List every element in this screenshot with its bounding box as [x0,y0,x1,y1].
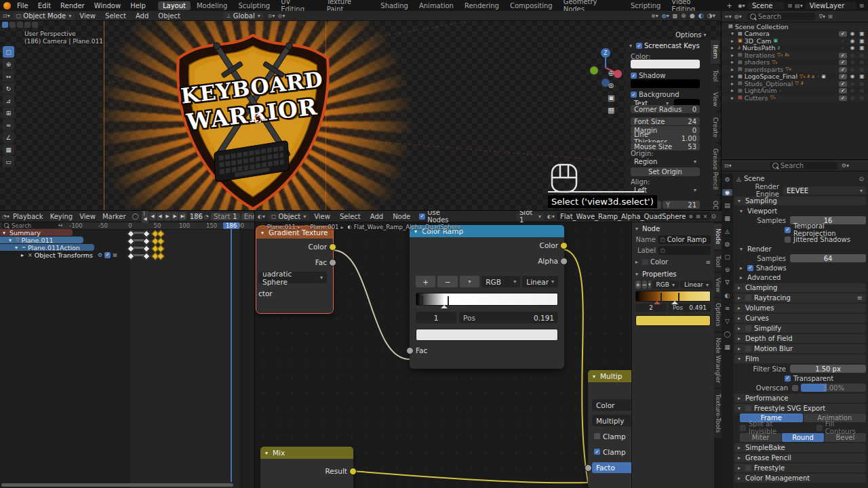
property-tab-icon-11[interactable]: ▽ [722,318,732,325]
property-tab-icon-6[interactable]: ▢ [722,253,732,260]
sidebar-tab-item[interactable]: Item [711,40,719,64]
mode-strip-icon[interactable] [32,22,38,28]
checkbox[interactable]: ✓ [785,227,791,233]
viewport-menu-object[interactable]: Object [153,12,185,20]
editor-type-icon[interactable]: ⊡▾ [3,13,10,19]
playhead-frame-badge[interactable]: 186 [223,222,239,229]
check-toggle-icon[interactable]: ✓ [839,88,847,94]
checkbox[interactable] [740,425,746,431]
property-tab-icon-1[interactable]: ◉ [722,189,732,196]
overscan-checkbox[interactable] [792,385,798,391]
zoom-icon[interactable]: ⊕ [608,69,614,78]
align-dropdown[interactable]: Left [631,186,700,195]
workspace-tab-compositing[interactable]: Compositing [505,1,557,10]
sidebar-tab-view[interactable]: View [711,87,719,111]
row-advanced[interactable]: ▸Advanced [734,272,866,282]
timeline-h-scrollbar[interactable] [1,483,233,487]
ramp-options-button[interactable]: ▾ [460,276,479,287]
eye-toggle-icon[interactable]: ◉ [848,66,856,73]
property-tab-icon-3[interactable]: ▩ [722,215,732,222]
modifier-icon[interactable]: ⚙ [98,252,102,258]
collapse-icon[interactable]: ▾ [635,226,638,232]
text-color-swatch[interactable] [631,60,700,68]
viewport-menu-view[interactable]: View [75,12,100,20]
cam-toggle-icon[interactable]: ▣ [858,73,866,79]
pan-icon[interactable]: ⊛ [608,81,614,90]
workspace-tab-+[interactable]: + [722,1,737,10]
timeline-search-input[interactable]: Search [1,222,60,228]
viewport-menu-add[interactable]: Add [131,12,153,20]
eye-toggle-icon[interactable]: ◉ [848,30,856,37]
ortho-toggle-icon[interactable]: ▦ [608,106,614,115]
shading-material-icon[interactable]: ◐ [698,12,704,19]
outliner-row-scene-collection[interactable]: ▤Scene Collection✓◉▣ [722,23,868,30]
section-freestyle-svg-export[interactable]: ▾Freestyle SVG Export [734,404,866,413]
transport-play-reverse[interactable]: ◀ [157,212,163,220]
row-shadows[interactable]: ▸✓Shadows [734,263,866,272]
expand-icon[interactable]: ▸ [731,87,734,94]
section-performance[interactable]: ▸Performance [734,394,866,403]
section-checkbox[interactable] [745,325,751,331]
checkbox[interactable] [785,237,791,243]
autokey-record-icon[interactable]: ◯ [132,213,139,220]
property-tab-icon-13[interactable]: ▦ [722,344,732,350]
workspace-tab-rendering[interactable]: Rendering [460,1,504,10]
shading-solid-icon[interactable]: ● [690,12,695,19]
outliner-row-logospace_final[interactable]: ▸▤LogoSpace_Final▽₃∂a◦▣✓◉▣ [722,73,868,81]
remove-stop-button[interactable]: − [642,281,648,289]
tool-annotate[interactable]: ≂ [3,119,14,131]
node-menu-view[interactable]: View [309,213,335,220]
mode-strip-icon[interactable] [2,22,8,28]
properties-search-input[interactable]: Search [770,162,837,169]
frame-end-field[interactable]: End200 [241,213,254,220]
eye-toggle-icon[interactable]: ◉ [848,52,856,58]
section-curves[interactable]: ▸Curves [734,314,866,323]
lock-icon[interactable]: ⊠ [113,252,117,258]
socket-color-out[interactable] [329,243,336,251]
property-tab-icon-9[interactable]: ◐ [722,292,732,299]
checkbox[interactable]: ✓ [785,375,791,382]
origin-dropdown[interactable]: Region [631,157,700,166]
workspace-tab-scripting[interactable]: Scripting [626,1,665,10]
timeline-menu-marker[interactable]: Marker [99,213,130,220]
shadow-color-swatch[interactable] [631,79,700,88]
collapse-icon[interactable]: ▾ [265,450,268,456]
cam-toggle-icon[interactable]: ▣ [858,59,866,65]
tool-add-cube[interactable]: ▦ [3,144,14,155]
field-value[interactable]: 1.50 px [790,365,866,373]
eye-toggle-icon[interactable]: ◉ [848,45,856,51]
screencast-field-line-thickness[interactable]: Line Thickness1.00 [631,134,700,142]
workspace-tab-animation[interactable]: Animation [414,1,458,10]
socket-alpha-out[interactable] [560,258,568,265]
stop-color-swatch[interactable] [635,315,711,326]
material-slot-dropdown[interactable]: Slot 1 [516,213,545,220]
subsection-viewport[interactable]: ▾Viewport [734,206,866,216]
collapse-icon[interactable]: ▾ [593,373,595,380]
properties-options-icon[interactable]: ⚙▾ [842,163,849,169]
ramp-stop[interactable] [654,293,660,302]
shadow-checkbox[interactable]: ✓ [631,73,637,79]
remove-stop-button[interactable]: − [437,276,457,287]
section-depth-of-field[interactable]: ▸Depth of Field [734,334,866,343]
ramp-stop-0[interactable] [415,297,422,306]
new-viewlayer-icon[interactable]: ⊞ [859,3,864,9]
xray-toggle-icon[interactable]: ▩ [673,13,678,19]
scene-browse-icon[interactable]: ◉▾ [738,3,745,9]
outliner-display-mode-icon[interactable]: ≡▾ [724,14,732,20]
background-checkbox[interactable]: ✓ [631,92,637,98]
socket-result-out[interactable] [349,468,357,475]
section-raytracing[interactable]: ▸Raytracing ≡ [734,293,866,302]
pin-icon[interactable]: ⊙ [859,176,864,182]
menu-file[interactable]: File [12,2,33,9]
transport-next-key[interactable]: ▶ [172,212,178,220]
cam-toggle-icon[interactable]: ▣ [858,45,866,51]
property-tab-icon-0[interactable]: ⚙ [722,176,732,183]
mute-checkbox[interactable]: ✓ [104,252,111,258]
node-editor-icon[interactable]: ◐▾ [258,214,265,220]
viewport-menu-select[interactable]: Select [100,12,131,20]
properties-editor-icon[interactable]: ⊟▾ [724,163,732,169]
screencast-enable-checkbox[interactable]: ✓ [636,43,642,49]
shading-wireframe-icon[interactable]: ⊕ [681,12,686,19]
node-label-field[interactable]: ▢ [658,246,711,255]
transport-jump-end[interactable]: ▶| [179,212,186,220]
